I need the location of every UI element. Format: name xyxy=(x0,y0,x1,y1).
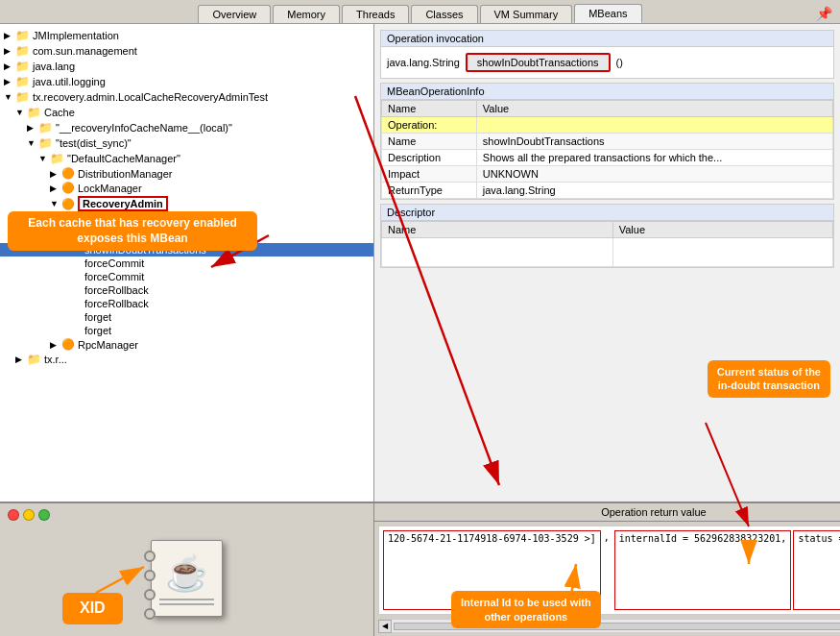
tree-item-txrecovery[interactable]: ▼ 📁 tx.recovery.admin.LocalCacheRecovery… xyxy=(0,89,373,105)
tree-item-comsun[interactable]: ▶ 📁 com.sun.management xyxy=(0,43,373,59)
tree-item-recovery-cache[interactable]: ▶ 📁 "__recoveryInfoCacheName__(local)" xyxy=(0,120,373,135)
expand-arrow: ▶ xyxy=(50,340,61,350)
callout-current-status: Current status of thein-doubt transactio… xyxy=(708,360,830,398)
folder-icon: 📁 xyxy=(27,353,41,366)
op-invocation-body: java.lang.String showInDoubtTransactions… xyxy=(381,47,833,78)
cell-value: UNKNOWN xyxy=(476,166,832,183)
tree-label: DistributionManager xyxy=(78,168,172,180)
table-row: Name showInDoubtTransactions xyxy=(382,134,833,150)
tab-memory[interactable]: Memory xyxy=(273,5,340,23)
horizontal-scrollbar[interactable]: ◀ ▶ xyxy=(378,619,840,632)
bean-icon: 🟠 xyxy=(61,167,75,180)
descriptor-title: Descriptor xyxy=(381,205,833,221)
tree-item-forget1[interactable]: forget xyxy=(0,310,373,324)
tree-label: tx.recovery.admin.LocalCacheRecoveryAdmi… xyxy=(33,91,268,103)
return-internalid-segment: internalId = 562962838323201, xyxy=(614,530,792,610)
spiral-ring xyxy=(144,608,156,620)
operation-invocation-section: Operation invocation java.lang.String sh… xyxy=(380,30,834,79)
col-name: Name xyxy=(382,101,477,117)
pin-icon: 📌 xyxy=(816,6,832,21)
window-buttons xyxy=(8,509,50,521)
return-value-area[interactable]: 120-5674-21-1174918-6974-103-3529 >] , i… xyxy=(378,526,840,615)
return-separator1: , xyxy=(601,530,612,610)
expand-arrow: ▶ xyxy=(4,31,15,40)
table-row: Impact UNKNOWN xyxy=(382,166,833,183)
cell-value: java.lang.String xyxy=(476,183,832,199)
tree-label: "test(dist_sync)" xyxy=(56,137,132,149)
col-name: Name xyxy=(382,222,613,238)
scroll-left-btn[interactable]: ◀ xyxy=(378,620,392,633)
expand-arrow: ▼ xyxy=(38,154,50,163)
tree-item-cache[interactable]: ▼ 📁 Cache xyxy=(0,105,373,120)
tree-item-jmimplementation[interactable]: ▶ 📁 JMImplementation xyxy=(0,28,373,43)
tab-threads[interactable]: Threads xyxy=(342,5,409,23)
op-return-title: Operation return value xyxy=(374,503,840,522)
op-type-label: java.lang.String xyxy=(387,57,460,68)
show-indoubt-button[interactable]: showInDoubtTransactions xyxy=(466,53,611,72)
folder-icon: 📁 xyxy=(15,44,30,58)
tab-vmsummary[interactable]: VM Summary xyxy=(480,5,573,23)
tree-item-forcerollback2[interactable]: forceRollback xyxy=(0,297,373,310)
cell-empty xyxy=(612,238,832,267)
tree-label: forceCommit xyxy=(84,271,144,282)
cell-empty xyxy=(382,238,613,267)
bean-icon: 🟠 xyxy=(61,182,75,194)
svg-line-5 xyxy=(96,567,144,593)
tree-item-distributionmanager[interactable]: ▶ 🟠 DistributionManager xyxy=(0,166,373,181)
expand-arrow: ▼ xyxy=(27,138,38,148)
tree-item-txmore[interactable]: ▶ 📁 tx.r... xyxy=(0,352,373,367)
tree-item-rpcmanager[interactable]: ▶ 🟠 RpcManager xyxy=(0,337,373,352)
coffee-cup-icon: ☕ xyxy=(165,553,208,594)
tree-item-forcerollback1[interactable]: forceRollback xyxy=(0,283,373,297)
bottom-right-panel: Operation return value 120-5674-21-11749… xyxy=(374,503,840,636)
tree-label: LockManager xyxy=(78,183,142,194)
tab-classes[interactable]: Classes xyxy=(411,5,477,23)
tree-item-recoveryadmin[interactable]: ▼ 🟠 RecoveryAdmin xyxy=(0,195,373,212)
tab-overview[interactable]: Overview xyxy=(198,5,271,23)
col-value: Value xyxy=(476,101,832,117)
close-button[interactable] xyxy=(8,509,19,521)
maximize-button[interactable] xyxy=(38,509,50,521)
callout-internal-id: Internal Id to be used withother operati… xyxy=(451,591,601,628)
callout-xid: XID xyxy=(62,593,123,624)
tree-label: forceRollback xyxy=(84,284,149,296)
tree-label: java.util.logging xyxy=(33,76,106,87)
folder-icon: 📁 xyxy=(15,29,30,42)
spiral xyxy=(144,550,156,620)
cell-name: Operation: xyxy=(382,117,477,134)
minimize-button[interactable] xyxy=(23,509,35,521)
callout-recovery-mbean: Each cache that has recovery enabled exp… xyxy=(8,211,257,251)
tree-label: "DefaultCacheManager" xyxy=(67,153,180,164)
expand-arrow: ▼ xyxy=(15,108,27,117)
tree-item-javalang[interactable]: ▶ 📁 java.lang xyxy=(0,59,373,74)
tab-mbeans[interactable]: MBeans xyxy=(574,4,641,23)
tree-label: com.sun.management xyxy=(33,45,137,57)
bottom-panel: ☕ xyxy=(0,501,840,636)
bean-icon: 🟠 xyxy=(61,198,75,210)
tree-item-javautillogging[interactable]: ▶ 📁 java.util.logging xyxy=(0,74,373,89)
table-row: Operation: xyxy=(382,117,833,134)
tree-item-test-distsync[interactable]: ▼ 📁 "test(dist_sync)" xyxy=(0,135,373,151)
folder-icon: 📁 xyxy=(15,60,30,73)
tree-label: forceRollback xyxy=(84,298,149,309)
line1 xyxy=(159,599,214,600)
tree-item-defaultcachemanager[interactable]: ▼ 📁 "DefaultCacheManager" xyxy=(0,151,373,166)
op-parens: () xyxy=(616,57,623,68)
table-row: ReturnType java.lang.String xyxy=(382,183,833,199)
tree-item-forcecommit2[interactable]: forceCommit xyxy=(0,270,373,283)
table-row xyxy=(382,238,833,267)
tree-label: JMImplementation xyxy=(33,30,119,41)
expand-arrow: ▶ xyxy=(27,123,38,133)
folder-icon: 📁 xyxy=(15,75,30,88)
return-status-segment: status = [_PREPARED_] xyxy=(793,530,840,610)
mbean-info-section: MBeanOperationInfo Name Value Operation:… xyxy=(380,83,834,200)
tree-label: forget xyxy=(84,325,111,336)
tree-item-lockmanager[interactable]: ▶ 🟠 LockManager xyxy=(0,181,373,195)
expand-arrow: ▶ xyxy=(4,77,15,86)
tree-item-forcecommit1[interactable]: forceCommit xyxy=(0,257,373,270)
folder-icon: 📁 xyxy=(38,121,53,135)
tree-item-forget2[interactable]: forget xyxy=(0,324,373,337)
tree-label: RpcManager xyxy=(78,339,138,351)
tree-label: forceCommit xyxy=(84,257,144,269)
tree-area[interactable]: ▶ 📁 JMImplementation ▶ 📁 com.sun.managem… xyxy=(0,24,373,539)
